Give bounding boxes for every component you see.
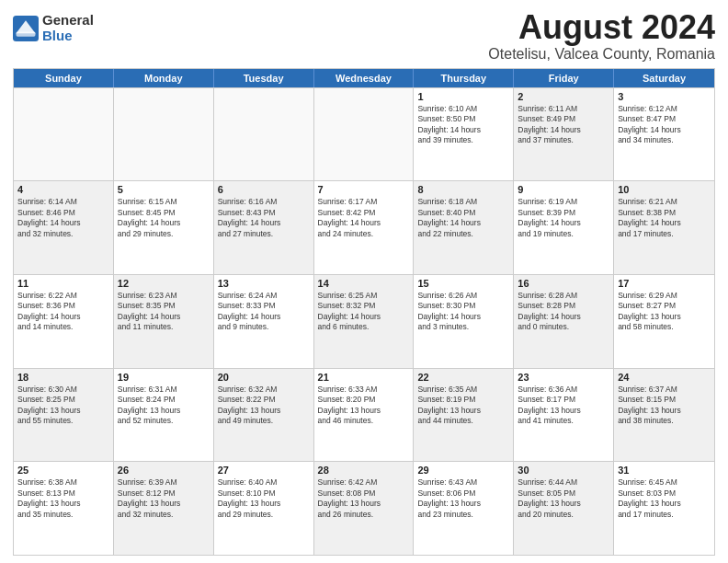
cell-info: Sunrise: 6:14 AM Sunset: 8:46 PM Dayligh…	[17, 197, 109, 239]
calendar-cell-1-5: 9Sunrise: 6:19 AM Sunset: 8:39 PM Daylig…	[514, 181, 614, 274]
cell-info: Sunrise: 6:44 AM Sunset: 8:05 PM Dayligh…	[518, 477, 609, 520]
cell-info: Sunrise: 6:32 AM Sunset: 8:22 PM Dayligh…	[218, 385, 310, 427]
calendar-cell-0-5: 2Sunrise: 6:11 AM Sunset: 8:49 PM Daylig…	[514, 88, 614, 181]
day-number: 28	[318, 465, 410, 476]
calendar-cell-4-4: 29Sunrise: 6:43 AM Sunset: 8:06 PM Dayli…	[414, 462, 514, 555]
header-day-friday: Friday	[514, 69, 614, 87]
day-number: 13	[218, 278, 310, 289]
cell-info: Sunrise: 6:43 AM Sunset: 8:06 PM Dayligh…	[417, 477, 509, 520]
logo-general-label: General	[42, 13, 94, 29]
calendar-row-3: 18Sunrise: 6:30 AM Sunset: 8:25 PM Dayli…	[14, 368, 714, 462]
cell-info: Sunrise: 6:30 AM Sunset: 8:25 PM Dayligh…	[17, 385, 109, 427]
calendar-cell-3-0: 18Sunrise: 6:30 AM Sunset: 8:25 PM Dayli…	[14, 369, 114, 462]
calendar-row-1: 4Sunrise: 6:14 AM Sunset: 8:46 PM Daylig…	[14, 180, 714, 274]
day-number: 5	[118, 184, 210, 195]
calendar-cell-4-6: 31Sunrise: 6:45 AM Sunset: 8:03 PM Dayli…	[614, 462, 714, 555]
calendar-cell-3-4: 22Sunrise: 6:35 AM Sunset: 8:19 PM Dayli…	[414, 369, 514, 462]
day-number: 8	[417, 184, 509, 195]
day-number: 29	[417, 465, 509, 476]
cell-info: Sunrise: 6:18 AM Sunset: 8:40 PM Dayligh…	[417, 197, 509, 239]
day-number: 18	[17, 372, 109, 383]
day-number: 10	[618, 184, 711, 195]
day-number: 2	[518, 91, 609, 102]
logo-icon	[13, 16, 39, 41]
calendar-cell-2-6: 17Sunrise: 6:29 AM Sunset: 8:27 PM Dayli…	[614, 275, 714, 368]
header: General Blue August 2024 Otetelisu, Valc…	[13, 9, 715, 63]
calendar-header: SundayMondayTuesdayWednesdayThursdayFrid…	[14, 69, 714, 87]
header-day-saturday: Saturday	[614, 69, 714, 87]
calendar-body: 1Sunrise: 6:10 AM Sunset: 8:50 PM Daylig…	[14, 87, 714, 555]
day-number: 30	[518, 465, 609, 476]
header-day-sunday: Sunday	[14, 69, 114, 87]
calendar-cell-0-6: 3Sunrise: 6:12 AM Sunset: 8:47 PM Daylig…	[614, 88, 714, 181]
calendar-cell-0-0	[14, 88, 114, 181]
day-number: 17	[618, 278, 711, 289]
calendar-cell-1-0: 4Sunrise: 6:14 AM Sunset: 8:46 PM Daylig…	[14, 181, 114, 274]
day-number: 25	[17, 465, 109, 476]
calendar-cell-2-0: 11Sunrise: 6:22 AM Sunset: 8:36 PM Dayli…	[14, 275, 114, 368]
day-number: 20	[218, 372, 310, 383]
cell-info: Sunrise: 6:22 AM Sunset: 8:36 PM Dayligh…	[17, 291, 109, 333]
calendar-cell-1-6: 10Sunrise: 6:21 AM Sunset: 8:38 PM Dayli…	[614, 181, 714, 274]
day-number: 6	[218, 184, 310, 195]
day-number: 21	[318, 372, 410, 383]
cell-info: Sunrise: 6:40 AM Sunset: 8:10 PM Dayligh…	[218, 477, 310, 520]
calendar-cell-1-2: 6Sunrise: 6:16 AM Sunset: 8:43 PM Daylig…	[214, 181, 314, 274]
logo: General Blue	[13, 13, 94, 43]
cell-info: Sunrise: 6:23 AM Sunset: 8:35 PM Dayligh…	[118, 291, 210, 333]
calendar-cell-0-1	[114, 88, 214, 181]
page: General Blue August 2024 Otetelisu, Valc…	[0, 0, 728, 563]
calendar-cell-0-2	[214, 88, 314, 181]
day-number: 12	[118, 278, 210, 289]
calendar-cell-3-6: 24Sunrise: 6:37 AM Sunset: 8:15 PM Dayli…	[614, 369, 714, 462]
header-day-tuesday: Tuesday	[214, 69, 314, 87]
cell-info: Sunrise: 6:39 AM Sunset: 8:12 PM Dayligh…	[118, 477, 210, 520]
cell-info: Sunrise: 6:37 AM Sunset: 8:15 PM Dayligh…	[618, 385, 711, 427]
calendar-cell-1-4: 8Sunrise: 6:18 AM Sunset: 8:40 PM Daylig…	[414, 181, 514, 274]
day-number: 22	[417, 372, 509, 383]
calendar-cell-4-0: 25Sunrise: 6:38 AM Sunset: 8:13 PM Dayli…	[14, 462, 114, 555]
day-number: 24	[618, 372, 711, 383]
cell-info: Sunrise: 6:25 AM Sunset: 8:32 PM Dayligh…	[318, 291, 410, 333]
cell-info: Sunrise: 6:38 AM Sunset: 8:13 PM Dayligh…	[17, 477, 109, 520]
calendar-cell-3-3: 21Sunrise: 6:33 AM Sunset: 8:20 PM Dayli…	[314, 369, 415, 462]
calendar-cell-3-2: 20Sunrise: 6:32 AM Sunset: 8:22 PM Dayli…	[214, 369, 314, 462]
title-block: August 2024 Otetelisu, Valcea County, Ro…	[488, 9, 715, 63]
header-day-thursday: Thursday	[414, 69, 514, 87]
cell-info: Sunrise: 6:19 AM Sunset: 8:39 PM Dayligh…	[518, 197, 609, 239]
cell-info: Sunrise: 6:17 AM Sunset: 8:42 PM Dayligh…	[318, 197, 410, 239]
cell-info: Sunrise: 6:28 AM Sunset: 8:28 PM Dayligh…	[518, 291, 609, 333]
calendar-cell-4-1: 26Sunrise: 6:39 AM Sunset: 8:12 PM Dayli…	[114, 462, 214, 555]
cell-info: Sunrise: 6:16 AM Sunset: 8:43 PM Dayligh…	[218, 197, 310, 239]
cell-info: Sunrise: 6:33 AM Sunset: 8:20 PM Dayligh…	[318, 385, 410, 427]
day-number: 9	[518, 184, 609, 195]
day-number: 23	[518, 372, 609, 383]
header-day-monday: Monday	[114, 69, 214, 87]
day-number: 26	[118, 465, 210, 476]
day-number: 7	[318, 184, 410, 195]
calendar: SundayMondayTuesdayWednesdayThursdayFrid…	[13, 68, 715, 556]
cell-info: Sunrise: 6:12 AM Sunset: 8:47 PM Dayligh…	[618, 104, 711, 146]
calendar-row-0: 1Sunrise: 6:10 AM Sunset: 8:50 PM Daylig…	[14, 87, 714, 181]
calendar-cell-0-3	[314, 88, 415, 181]
cell-info: Sunrise: 6:36 AM Sunset: 8:17 PM Dayligh…	[518, 385, 609, 427]
calendar-cell-1-3: 7Sunrise: 6:17 AM Sunset: 8:42 PM Daylig…	[314, 181, 415, 274]
calendar-cell-3-5: 23Sunrise: 6:36 AM Sunset: 8:17 PM Dayli…	[514, 369, 614, 462]
calendar-row-2: 11Sunrise: 6:22 AM Sunset: 8:36 PM Dayli…	[14, 274, 714, 368]
cell-info: Sunrise: 6:31 AM Sunset: 8:24 PM Dayligh…	[118, 385, 210, 427]
cell-info: Sunrise: 6:35 AM Sunset: 8:19 PM Dayligh…	[417, 385, 509, 427]
day-number: 16	[518, 278, 609, 289]
header-day-wednesday: Wednesday	[314, 69, 415, 87]
calendar-cell-4-5: 30Sunrise: 6:44 AM Sunset: 8:05 PM Dayli…	[514, 462, 614, 555]
calendar-cell-2-2: 13Sunrise: 6:24 AM Sunset: 8:33 PM Dayli…	[214, 275, 314, 368]
calendar-cell-4-2: 27Sunrise: 6:40 AM Sunset: 8:10 PM Dayli…	[214, 462, 314, 555]
cell-info: Sunrise: 6:10 AM Sunset: 8:50 PM Dayligh…	[417, 104, 509, 146]
logo-blue-label: Blue	[42, 29, 94, 44]
day-number: 27	[218, 465, 310, 476]
calendar-cell-2-1: 12Sunrise: 6:23 AM Sunset: 8:35 PM Dayli…	[114, 275, 214, 368]
svg-rect-2	[17, 31, 36, 36]
calendar-cell-2-5: 16Sunrise: 6:28 AM Sunset: 8:28 PM Dayli…	[514, 275, 614, 368]
cell-info: Sunrise: 6:42 AM Sunset: 8:08 PM Dayligh…	[318, 477, 410, 520]
day-number: 1	[417, 91, 509, 102]
calendar-cell-3-1: 19Sunrise: 6:31 AM Sunset: 8:24 PM Dayli…	[114, 369, 214, 462]
